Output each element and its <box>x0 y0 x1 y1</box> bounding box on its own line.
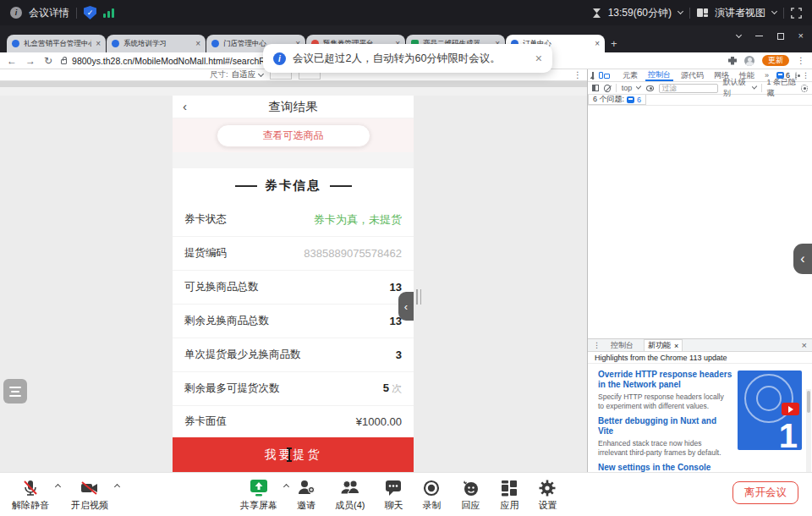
live-expression-icon[interactable] <box>646 85 654 91</box>
extensions-icon[interactable] <box>728 57 737 65</box>
info-row: 券卡面值 ¥1000.00 <box>173 406 414 437</box>
row-label: 剩余最多可提货次数 <box>184 382 280 396</box>
chat-button[interactable]: 聊天 <box>384 478 403 512</box>
row-value: 13 <box>390 281 402 294</box>
window-menu-icon[interactable] <box>737 36 741 37</box>
profile-avatar[interactable] <box>744 56 754 66</box>
annotation-toolbar-button[interactable] <box>3 379 27 403</box>
console-filter-input[interactable] <box>659 84 718 93</box>
article-body: Enhanced stack trace now hides irrelevan… <box>598 439 732 457</box>
window-close-icon[interactable]: × <box>798 31 804 41</box>
chat-label: 聊天 <box>384 499 403 512</box>
tab-elements[interactable]: 元素 <box>620 69 640 81</box>
toast-close-icon[interactable]: × <box>535 52 542 65</box>
pickup-button[interactable]: 我要提货 <box>173 437 414 472</box>
context-dropdown-icon[interactable] <box>636 84 642 90</box>
window-maximize-icon[interactable] <box>777 33 784 40</box>
context-selector[interactable]: top <box>622 84 633 92</box>
invite-button[interactable]: 邀请 <box>297 478 315 512</box>
viewport-scrollbar[interactable] <box>0 81 587 87</box>
tab-sources[interactable]: 源代码 <box>678 69 706 81</box>
console-settings-icon[interactable] <box>801 85 808 92</box>
tab-close-icon[interactable]: × <box>96 40 101 48</box>
drawer-tab-whatsnew[interactable]: 新功能 × <box>644 339 683 351</box>
audio-options-icon[interactable] <box>55 484 61 490</box>
devtools-menu-icon[interactable]: ⋮ <box>802 71 809 80</box>
page-side-handle[interactable]: ‹ <box>398 292 414 321</box>
viewport-resize-handle[interactable] <box>416 289 421 305</box>
reload-icon[interactable]: ↻ <box>44 56 52 66</box>
meeting-details-label[interactable]: 会议详情 <box>29 6 69 20</box>
section-title-text: 券卡信息 <box>266 178 321 194</box>
drawer-tab-close-icon[interactable]: × <box>674 342 678 350</box>
devtools-settings-icon[interactable] <box>795 72 797 80</box>
inspect-element-icon[interactable] <box>592 72 594 80</box>
article-title-link[interactable]: Override HTTP response headers in the Ne… <box>598 370 733 390</box>
leave-meeting-button[interactable]: 离开会议 <box>732 481 798 504</box>
drawer-close-icon[interactable]: × <box>802 340 807 350</box>
view-mode-label[interactable]: 演讲者视图 <box>715 6 765 20</box>
page-title: 查询结果 <box>269 99 318 115</box>
unmute-button[interactable]: 解除静音 <box>12 478 49 512</box>
dimensions-dropdown-icon[interactable] <box>258 70 264 76</box>
chrome-update-button[interactable]: 更新 <box>762 55 789 66</box>
device-toolbar-icon[interactable] <box>599 72 610 79</box>
reactions-button[interactable]: 回应 <box>460 478 480 512</box>
whatsnew-header: Highlights from the Chrome 113 update <box>588 352 812 364</box>
pickup-button-label: 我要提货 <box>265 447 322 463</box>
console-sidebar-icon[interactable] <box>592 85 599 91</box>
device-bar-menu-icon[interactable]: ⋮ <box>573 71 582 80</box>
settings-button[interactable]: 设置 <box>538 478 557 512</box>
fullscreen-icon[interactable] <box>791 8 802 19</box>
hidden-messages-note: 1 条已隐藏 <box>767 77 797 99</box>
devtools-drawer: ⋮ 控制台 新功能 × × Highlights from the Chrome… <box>588 338 812 472</box>
play-button-icon[interactable] <box>782 403 799 415</box>
tab-close-icon[interactable]: × <box>595 40 600 48</box>
share-screen-button[interactable]: 共享屏幕 <box>240 478 277 512</box>
drawer-tab-console[interactable]: 控制台 <box>607 339 637 351</box>
new-tab-button[interactable]: + <box>611 37 617 50</box>
back-icon[interactable]: ← <box>7 56 17 66</box>
forward-icon[interactable]: → <box>25 56 36 66</box>
encryption-shield-icon[interactable]: ✓ <box>84 6 96 19</box>
start-video-button[interactable]: 开启视频 <box>71 478 108 512</box>
share-options-icon[interactable] <box>283 484 289 490</box>
article-title-link[interactable]: Better debugging in Nuxt and Vite <box>598 416 733 436</box>
divider <box>689 8 690 19</box>
issues-counter[interactable]: 6 个问题: 6 <box>588 95 646 105</box>
tab-console[interactable]: 控制台 <box>645 69 673 81</box>
apps-icon <box>500 478 518 498</box>
back-chevron-icon[interactable]: ‹ <box>183 99 187 113</box>
level-dropdown-icon[interactable] <box>751 84 757 90</box>
divider <box>783 8 784 19</box>
view-products-button[interactable]: 查看可选商品 <box>217 124 370 147</box>
video-options-icon[interactable] <box>114 484 120 490</box>
timer-dropdown-icon[interactable] <box>678 8 683 14</box>
view-dropdown-icon[interactable] <box>771 8 777 14</box>
info-row: 单次提货最少兑换商品数 3 <box>173 338 414 372</box>
log-level-selector[interactable]: 默认级别 <box>723 77 748 99</box>
reactions-icon <box>460 478 480 498</box>
video-thumbnail[interactable]: 1 <box>738 371 802 450</box>
chat-icon <box>384 478 403 498</box>
drawer-scrollbar[interactable] <box>806 389 811 473</box>
hourglass-icon <box>592 8 601 19</box>
drawer-menu-icon[interactable]: ⋮ <box>593 341 601 349</box>
browser-menu-icon[interactable]: ⋮ <box>797 57 805 65</box>
meeting-info-icon[interactable]: i <box>10 7 22 19</box>
site-favicon <box>211 40 219 47</box>
apps-label: 应用 <box>500 499 518 512</box>
participants-button[interactable]: 成员(4) <box>335 478 365 512</box>
divider <box>76 8 77 19</box>
window-minimize-icon[interactable] <box>755 36 763 37</box>
apps-button[interactable]: 应用 <box>500 478 518 512</box>
tab-close-icon[interactable]: × <box>195 40 200 48</box>
browser-tab[interactable]: 礼盒营销平台管理中心 × <box>7 35 106 52</box>
clear-console-icon[interactable] <box>604 85 611 92</box>
devtools-panel: 元素 控制台 源代码 网络 性能 » 6 ⋮ × top 默认级别 1 <box>587 69 812 472</box>
browser-tab[interactable]: 系统培训学习 × <box>107 35 206 52</box>
dimensions-mode[interactable]: 自适应 <box>232 69 256 80</box>
record-button[interactable]: 录制 <box>422 478 441 512</box>
zoom-panel-handle[interactable]: ‹ <box>793 244 812 274</box>
console-output-area[interactable] <box>588 106 812 334</box>
